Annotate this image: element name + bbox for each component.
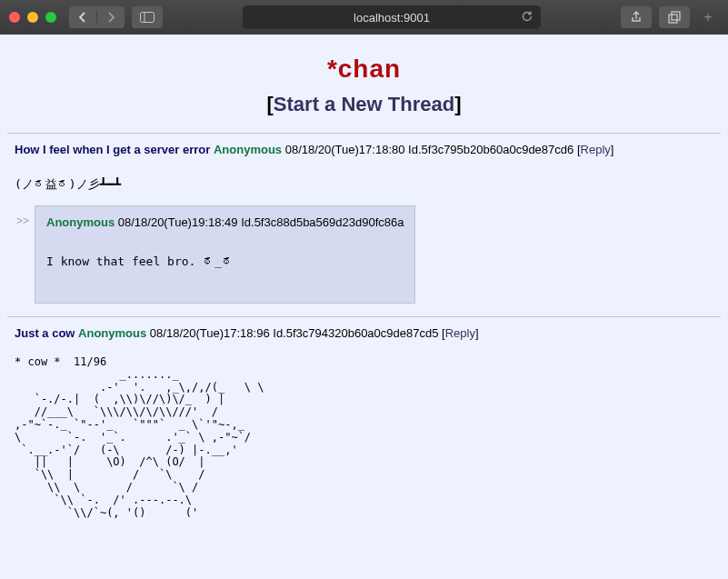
thread-subject: How I feel when I get a server error — [15, 143, 210, 156]
thread: Just a cow Anonymous 08/18/20(Tue)17:18:… — [15, 326, 721, 519]
new-tab-button[interactable]: + — [697, 6, 719, 28]
svg-rect-3 — [672, 12, 680, 20]
reply-link[interactable]: Reply — [445, 326, 475, 340]
reload-button[interactable] — [521, 10, 534, 25]
reply-timestamp: 08/18/20(Tue)19:18:49 — [118, 215, 238, 229]
nav-back-forward — [69, 6, 125, 28]
svg-rect-2 — [669, 15, 677, 23]
reply-header: Anonymous 08/18/20(Tue)19:18:49 Id.5f3c8… — [46, 215, 404, 229]
forward-button[interactable] — [97, 6, 125, 28]
share-button[interactable] — [621, 6, 652, 28]
url-text: localhost:9001 — [354, 11, 430, 25]
bracket-close: ] — [454, 93, 461, 115]
reply-indent-icon: >> — [16, 215, 29, 227]
address-bar[interactable]: localhost:9001 — [243, 5, 541, 29]
thread-header: Just a cow Anonymous 08/18/20(Tue)17:18:… — [15, 326, 721, 340]
thread: How I feel when I get a server error Ano… — [15, 143, 721, 304]
page-content: *chan [Start a New Thread] How I feel wh… — [0, 35, 728, 519]
start-new-thread-link[interactable]: Start a New Thread — [274, 93, 454, 115]
reply-post: Anonymous 08/18/20(Tue)19:18:49 Id.5f3c8… — [35, 205, 415, 304]
thread-author: Anonymous — [214, 143, 282, 156]
new-thread-line: [Start a New Thread] — [7, 93, 721, 116]
reply-author: Anonymous — [46, 215, 115, 229]
thread-author: Anonymous — [78, 326, 146, 340]
thread-header: How I feel when I get a server error Ano… — [15, 143, 721, 156]
site-title: *chan — [7, 55, 721, 84]
reply-wrap: >> Anonymous 08/18/20(Tue)19:18:49 Id.5f… — [15, 205, 721, 304]
tabs-button[interactable] — [659, 6, 690, 28]
thread-subject: Just a cow — [15, 326, 75, 340]
sidebar-toggle-button[interactable] — [132, 6, 163, 28]
reply-link[interactable]: Reply — [581, 143, 611, 156]
maximize-window-button[interactable] — [45, 12, 56, 23]
reply-body: I know that feel bro. ಥ_ಥ — [46, 255, 404, 268]
divider — [7, 133, 721, 134]
toolbar-right: + — [621, 6, 719, 28]
thread-timestamp: 08/18/20(Tue)17:18:80 — [285, 143, 405, 156]
bracket-open: [ — [267, 93, 274, 115]
thread-body: * cow * 11/96 _......._ .-' '. ,_\,/,/(_… — [15, 356, 721, 519]
svg-rect-0 — [141, 13, 155, 23]
divider — [7, 316, 721, 317]
thread-id: Id.5f3c794320b60a0c9de87cd5 — [273, 326, 438, 340]
thread-timestamp: 08/18/20(Tue)17:18:96 — [150, 326, 270, 340]
minimize-window-button[interactable] — [27, 12, 38, 23]
back-button[interactable] — [69, 6, 96, 28]
reply-id: Id.5f3c88d5ba569d23d90fc86a — [241, 215, 404, 229]
thread-body: (ノಠ益ಠ)ノ彡┻━┻ — [15, 176, 721, 193]
close-window-button[interactable] — [9, 12, 20, 23]
window-controls — [9, 12, 56, 23]
browser-toolbar: localhost:9001 + — [0, 0, 728, 35]
thread-id: Id.5f3c795b20b60a0c9de87cd6 — [408, 143, 573, 156]
